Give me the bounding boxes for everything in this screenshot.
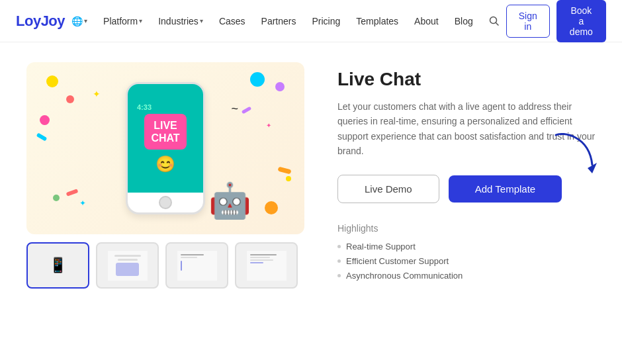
thumbnail-1[interactable]: 📱 <box>26 242 89 289</box>
nav-item-industries[interactable]: Industries ▾ <box>152 12 210 30</box>
thumbnail-4[interactable] <box>235 242 298 289</box>
brand-logo[interactable]: LoyJoy <box>16 13 65 30</box>
deco-star: ✦ <box>266 122 271 129</box>
left-panel: ✦ ✦ ✦ ~ 4:33 LIVE CHAT 😊 <box>26 62 304 289</box>
robot-character: 🤖 <box>208 181 251 221</box>
highlights-title: Highlights <box>337 223 596 234</box>
nav-item-templates[interactable]: Templates <box>349 12 405 30</box>
nav-blog-label: Blog <box>455 16 473 26</box>
svg-line-1 <box>496 23 498 25</box>
globe-chevron-icon: ▾ <box>84 17 87 24</box>
highlights-section: Highlights Real-time Support Efficient C… <box>337 223 596 281</box>
phone-screen: 4:33 LIVE CHAT 😊 <box>128 84 203 193</box>
highlight-dot-3 <box>337 274 341 277</box>
nav-globe[interactable]: 🌐 ▾ <box>65 12 94 30</box>
book-demo-button[interactable]: Book a demo <box>556 0 606 42</box>
platform-chevron-icon: ▾ <box>139 17 142 24</box>
highlight-item-1: Real-time Support <box>337 242 596 251</box>
nav-pricing-label: Pricing <box>312 16 340 26</box>
nav-about-label: About <box>414 16 439 26</box>
content-title: Live Chat <box>337 69 596 90</box>
search-icon <box>489 16 500 26</box>
action-buttons-row: Live Demo Add Template <box>337 175 596 203</box>
deco-shape <box>286 176 291 181</box>
phone: 4:33 LIVE CHAT 😊 <box>126 82 205 214</box>
deco-shape <box>275 82 285 91</box>
deco-squiggle: ~ <box>231 102 238 116</box>
nav-cases-label: Cases <box>219 16 245 26</box>
thumbnail-row: 📱 <box>26 242 304 289</box>
thumb-line <box>250 262 263 263</box>
thumb-preview-2 <box>108 251 148 281</box>
logo-part1: Loy <box>16 13 41 29</box>
deco-shape <box>53 195 60 201</box>
deco-shape <box>40 115 50 125</box>
deco-shape <box>66 95 74 103</box>
industries-chevron-icon: ▾ <box>200 17 203 24</box>
highlight-dot-1 <box>337 245 341 248</box>
nav-item-pricing[interactable]: Pricing <box>305 12 347 30</box>
phone-time: 4:33 <box>134 103 152 111</box>
nav-item-blog[interactable]: Blog <box>448 12 480 30</box>
arrow-annotation <box>549 128 602 177</box>
nav-partners-label: Partners <box>261 16 296 26</box>
thumbnail-2[interactable] <box>96 242 159 289</box>
search-button[interactable] <box>482 12 506 30</box>
main-content: ✦ ✦ ✦ ~ 4:33 LIVE CHAT 😊 <box>0 42 622 308</box>
deco-shape <box>250 72 265 87</box>
thumb-preview-3 <box>177 251 217 281</box>
deco-shape <box>36 132 48 141</box>
badge-line1: LIVE <box>151 119 179 132</box>
thumbnail-3[interactable] <box>165 242 228 289</box>
deco-shape <box>265 201 278 214</box>
right-panel: Live Chat Let your customers chat with a… <box>337 62 596 285</box>
phone-face: 😊 <box>156 155 175 173</box>
thumb-preview-4 <box>247 251 287 281</box>
nav-item-cases[interactable]: Cases <box>212 12 252 30</box>
home-button <box>159 196 172 209</box>
thumb-line <box>250 254 277 255</box>
add-template-button[interactable]: Add Template <box>449 175 562 203</box>
phone-mockup: 4:33 LIVE CHAT 😊 🤖 <box>99 75 232 221</box>
highlight-text-2: Efficient Customer Support <box>346 256 449 266</box>
highlight-dot-2 <box>337 259 341 263</box>
highlight-text-3: Asynchronous Communication <box>346 271 463 281</box>
nav-item-about[interactable]: About <box>408 12 445 30</box>
thumb-line <box>118 259 138 261</box>
live-demo-button[interactable]: Live Demo <box>337 175 439 203</box>
nav-platform-label: Platform <box>103 16 138 26</box>
arrow-icon <box>549 128 602 175</box>
nav-item-partners[interactable]: Partners <box>255 12 303 30</box>
deco-star: ✦ <box>79 199 86 208</box>
highlight-item-2: Efficient Customer Support <box>337 256 596 266</box>
signin-button[interactable]: Sign in <box>506 5 550 38</box>
thumb-icon-1: 📱 <box>49 257 67 274</box>
nav-templates-label: Templates <box>356 16 398 26</box>
nav-item-platform[interactable]: Platform ▾ <box>97 12 149 30</box>
logo-part2: Joy <box>41 13 65 29</box>
highlight-item-3: Asynchronous Communication <box>337 271 596 281</box>
thumb-block <box>181 261 182 271</box>
badge-line2: CHAT <box>151 132 179 144</box>
globe-icon: 🌐 <box>71 16 83 26</box>
nav-actions: Sign in Book a demo <box>506 0 606 42</box>
main-image: ✦ ✦ ✦ ~ 4:33 LIVE CHAT 😊 <box>26 62 304 234</box>
thumb-block <box>116 263 139 276</box>
thumb-line <box>114 255 141 257</box>
thumb-line <box>250 257 270 258</box>
thumb-line <box>250 259 273 261</box>
highlight-text-1: Real-time Support <box>346 242 416 251</box>
phone-bottom <box>128 193 203 212</box>
thumb-line <box>181 257 197 258</box>
deco-shape <box>66 189 79 197</box>
nav-links: 🌐 ▾ Platform ▾ Industries ▾ Cases Partne… <box>65 12 506 30</box>
thumb-line <box>181 254 204 255</box>
deco-shape <box>277 167 291 175</box>
deco-shape <box>46 75 58 87</box>
deco-shape <box>242 107 251 114</box>
navbar: LoyJoy 🌐 ▾ Platform ▾ Industries ▾ Cases… <box>0 0 622 42</box>
live-chat-badge: LIVE CHAT <box>144 114 186 150</box>
nav-industries-label: Industries <box>158 16 199 26</box>
